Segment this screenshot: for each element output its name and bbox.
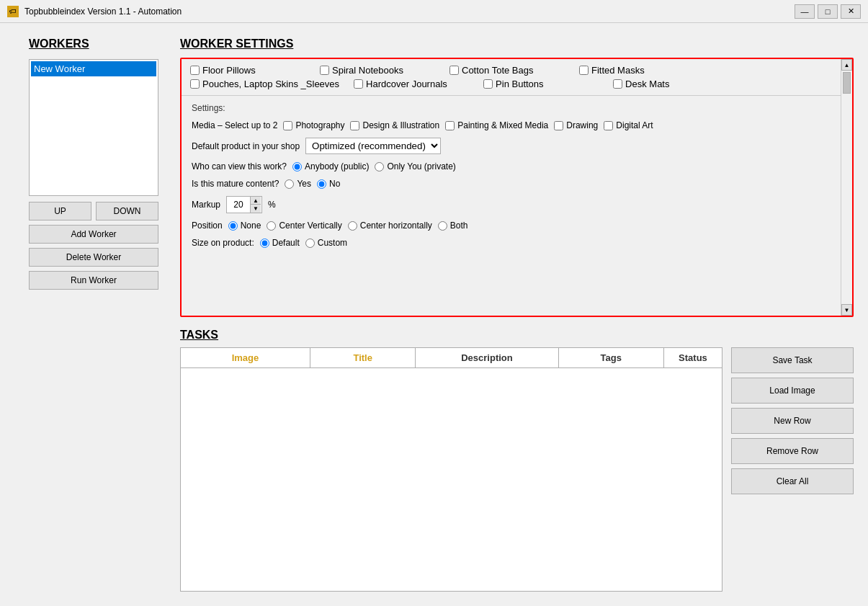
position-both: Both (438, 220, 468, 231)
radio-size-custom[interactable] (305, 239, 315, 248)
content-area: WORKER SETTINGS Floor Pillows Spiral Not… (173, 23, 868, 606)
mature-row: Is this mature content? Yes No (192, 179, 831, 189)
tasks-table: Image Title Description Tags Status (180, 347, 722, 592)
checkbox-drawing[interactable] (554, 121, 563, 130)
tasks-section: TASKS Image Title Description Tags Statu… (180, 329, 854, 592)
markup-up-btn[interactable]: ▲ (251, 197, 261, 205)
product-cotton-tote-label: Cotton Tote Bags (462, 65, 534, 76)
product-pouches: Pouches, Laptop Skins _Sleeves (190, 79, 339, 89)
size-label: Size on product: (192, 238, 254, 248)
tasks-table-header: Image Title Description Tags Status (181, 348, 722, 368)
checkbox-design[interactable] (350, 121, 359, 130)
tasks-title: TASKS (180, 329, 854, 342)
window-title: Topbubbleindex Version 1.1 - Automation (24, 6, 795, 17)
default-product-row: Default product in your shop Optimized (… (192, 138, 831, 154)
sidebar-buttons: UP DOWN Add Worker Delete Worker Run Wor… (29, 202, 158, 290)
markup-percent: % (268, 200, 276, 210)
product-pin-buttons-label: Pin Buttons (496, 79, 544, 89)
view-public: Anybody (public) (292, 161, 369, 171)
task-buttons: Save Task Load Image New Row Remove Row … (731, 347, 854, 592)
mature-yes: Yes (285, 179, 311, 189)
markup-label: Markup (192, 200, 220, 210)
checkbox-spiral-notebooks[interactable] (320, 66, 329, 75)
close-button[interactable]: ✕ (841, 4, 861, 19)
mature-no: No (317, 179, 340, 189)
radio-position-center-h[interactable] (348, 221, 357, 231)
product-spiral-notebooks-label: Spiral Notebooks (332, 65, 403, 76)
radio-view-private[interactable] (375, 162, 384, 171)
position-none: None (228, 220, 261, 231)
checkbox-hardcover[interactable] (354, 79, 363, 89)
checkbox-floor-pillows[interactable] (190, 66, 200, 75)
scroll-up-btn[interactable]: ▲ (841, 59, 852, 71)
checkbox-pouches[interactable] (190, 79, 200, 89)
save-task-button[interactable]: Save Task (731, 347, 854, 373)
checkbox-pin-buttons[interactable] (483, 79, 493, 89)
settings-label: Settings: (192, 103, 831, 113)
size-custom: Custom (305, 238, 347, 248)
scroll-thumb[interactable] (843, 72, 851, 94)
view-private: Only You (private) (375, 161, 455, 171)
th-description: Description (416, 348, 558, 367)
load-image-button[interactable]: Load Image (731, 378, 854, 404)
tasks-content: Image Title Description Tags Status Save… (180, 347, 854, 592)
radio-position-center-v[interactable] (267, 221, 276, 231)
remove-row-button[interactable]: Remove Row (731, 438, 854, 464)
new-row-button[interactable]: New Row (731, 408, 854, 434)
checkbox-cotton-tote[interactable] (449, 66, 459, 75)
default-product-select[interactable]: Optimized (recommended) None (305, 138, 441, 154)
radio-position-both[interactable] (438, 221, 447, 231)
sidebar: WORKERS New Worker UP DOWN Add Worker De… (0, 23, 173, 606)
maximize-button[interactable]: □ (818, 4, 838, 19)
markup-spinner: ▲ ▼ (250, 197, 261, 213)
worker-item-label: New Worker (34, 63, 85, 74)
media-painting: Painting & Mixed Media (445, 120, 548, 130)
add-worker-button[interactable]: Add Worker (29, 225, 158, 244)
clear-all-button[interactable]: Clear All (731, 468, 854, 494)
tasks-table-body (181, 368, 722, 591)
worker-item-new[interactable]: New Worker (31, 61, 156, 76)
checkbox-fitted-masks[interactable] (579, 66, 589, 75)
worker-list[interactable]: New Worker (29, 59, 158, 196)
delete-worker-button[interactable]: Delete Worker (29, 248, 158, 267)
product-fitted-masks: Fitted Masks (579, 65, 694, 76)
media-photography: Photography (283, 120, 344, 130)
product-spiral-notebooks: Spiral Notebooks (320, 65, 435, 76)
product-cotton-tote: Cotton Tote Bags (449, 65, 565, 76)
radio-mature-no[interactable] (317, 179, 326, 189)
settings-scrollable[interactable]: Floor Pillows Spiral Notebooks Cotton To… (182, 59, 852, 316)
position-row: Position None Center Vertically Center h… (192, 220, 831, 231)
checkbox-photography[interactable] (283, 121, 292, 130)
main-layout: WORKERS New Worker UP DOWN Add Worker De… (0, 23, 868, 606)
product-hardcover: Hardcover Journals (354, 79, 469, 89)
settings-scroll-container: Floor Pillows Spiral Notebooks Cotton To… (180, 58, 854, 317)
product-row-1: Floor Pillows Spiral Notebooks Cotton To… (190, 65, 832, 76)
product-row-2: Pouches, Laptop Skins _Sleeves Hardcover… (190, 79, 832, 89)
radio-mature-yes[interactable] (285, 179, 294, 189)
checkbox-digital[interactable] (604, 121, 613, 130)
radio-view-public[interactable] (292, 162, 302, 171)
markup-value-input[interactable] (227, 198, 250, 211)
run-worker-button[interactable]: Run Worker (29, 271, 158, 290)
product-floor-pillows: Floor Pillows (190, 65, 305, 76)
scroll-down-btn[interactable]: ▼ (841, 304, 852, 316)
th-title: Title (310, 348, 416, 367)
size-row: Size on product: Default Custom (192, 238, 831, 248)
checkbox-painting[interactable] (445, 121, 455, 130)
media-drawing: Drawing (554, 120, 598, 130)
view-row: Who can view this work? Anybody (public)… (192, 161, 831, 171)
radio-position-none[interactable] (228, 221, 238, 231)
checkbox-desk-mats[interactable] (613, 79, 622, 89)
position-label: Position (192, 220, 223, 231)
view-label: Who can view this work? (192, 161, 287, 171)
product-fitted-masks-label: Fitted Masks (591, 65, 645, 76)
mature-label: Is this mature content? (192, 179, 279, 189)
down-button[interactable]: DOWN (96, 202, 158, 220)
minimize-button[interactable]: — (795, 4, 815, 19)
up-button[interactable]: UP (29, 202, 91, 220)
th-tags: Tags (559, 348, 664, 367)
product-floor-pillows-label: Floor Pillows (202, 65, 256, 76)
product-desk-mats-label: Desk Mats (625, 79, 669, 89)
markup-down-btn[interactable]: ▼ (251, 205, 261, 213)
radio-size-default[interactable] (260, 239, 269, 248)
